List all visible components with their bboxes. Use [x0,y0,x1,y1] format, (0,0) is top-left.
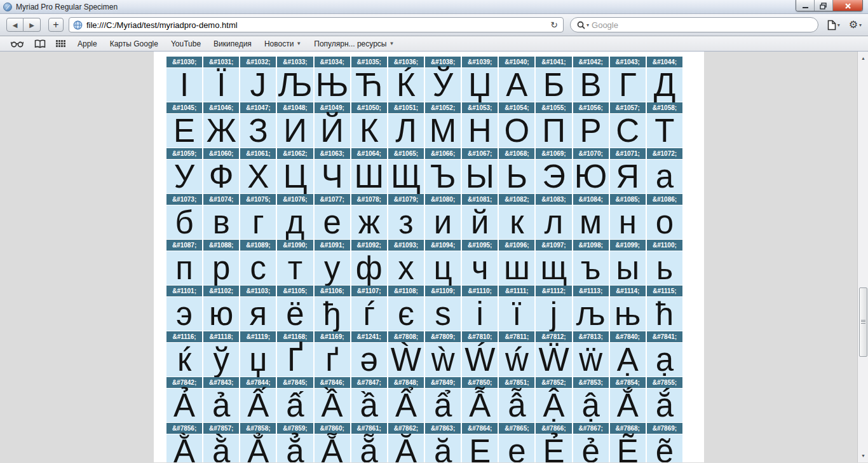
glyph-cell: ф [351,251,387,285]
entity-code-cell: &#7855; [647,377,682,388]
entity-code-cell: &#7859; [277,423,313,434]
entity-code-cell: &#1068; [499,148,534,159]
bookmark-item-youtube[interactable]: YouTube [165,36,207,51]
bookmark-item-karty-google[interactable]: Карты Google [104,36,165,51]
entity-code-cell: &#1042; [573,57,609,67]
minimize-button[interactable] [796,0,815,11]
scroll-down-arrow[interactable]: ▼ [858,450,868,461]
glyph-cell: ẩ [425,389,461,422]
entity-code-cell: &#1047; [240,102,276,113]
entity-code-cell: &#1241; [351,331,387,342]
glyph-cell: Ả [166,389,202,422]
document-page: &#1030;&#1031;&#1032;&#1033;&#1034;&#103… [154,52,704,462]
glyph-cell: М [425,114,461,148]
entity-code-cell: &#1093; [388,240,424,251]
entity-code-cell: &#1084; [573,194,609,205]
glyph-cell: ә [351,343,387,377]
glyph-cell: џ [240,343,276,377]
entity-code-cell: &#7808; [388,331,424,342]
entity-code-cell: &#1067; [462,148,498,159]
address-bar[interactable]: file:///C:/Myriad/test/myriadpro-demo.ht… [69,17,564,32]
entity-code-cell: &#7847; [351,377,387,388]
entity-code-cell: &#1077; [315,194,350,205]
entity-code-cell: &#7846; [315,377,350,388]
reading-list-button[interactable] [5,40,29,48]
entity-code-cell: &#7842; [166,377,202,388]
entity-code-cell: &#7864; [462,423,498,434]
bookmark-item-apple[interactable]: Apple [71,36,104,51]
glyph-cell: н [610,205,646,239]
page-icon [827,20,836,31]
search-engine-caret-icon: ▾ [587,22,589,28]
glyph-cell: њ [610,297,646,331]
settings-menu-button[interactable]: ⚙ ▾ [849,20,862,30]
entity-code-cell: &#1092; [351,240,387,251]
entity-code-cell: &#7869; [647,423,682,434]
entity-code-cell: &#1089; [240,240,276,251]
reload-icon[interactable]: ↻ [549,20,559,30]
glyph-cell: ẵ [351,434,387,462]
glyph-cell: с [240,251,276,285]
glyph-cell: Ў [425,68,461,102]
entity-code-cell: &#7866; [536,423,571,434]
add-bookmark-button[interactable]: + [48,18,64,32]
entity-code-cell: &#1045; [166,102,202,113]
entity-code-cell: &#1060; [203,148,239,159]
glyph-cell: л [536,205,571,239]
glyph-cell: е [315,205,350,239]
bookmark-item-wikipedia[interactable]: Википедия [207,36,258,51]
glyph-cell: ћ [647,297,682,331]
bookmark-label: YouTube [171,39,201,48]
glyph-cell: ặ [425,434,461,462]
restore-button[interactable] [815,0,833,11]
minimize-icon [802,3,809,10]
forward-button[interactable]: ▶ [24,18,41,32]
bookmarks-menu-button[interactable] [29,39,51,48]
back-button[interactable]: ◀ [6,18,24,32]
glyph-cell: Ќ [388,68,424,102]
title-bar: Myriad Pro Regular Specimen [0,0,868,14]
bookmark-folder-novosti[interactable]: Новости ▼ [258,36,308,51]
entity-code-cell: &#7865; [499,423,534,434]
browser-window: Myriad Pro Regular Specimen ◀ ▶ + [0,0,868,463]
entity-code-cell: &#7811; [499,331,534,342]
entity-code-cell: &#1064; [351,148,387,159]
glyph-cell: ẹ [499,434,534,462]
scroll-up-arrow[interactable]: ▲ [858,53,868,64]
glyph-cell: й [462,205,498,239]
glyph-cell: ẁ [425,343,461,377]
navigation-toolbar: ◀ ▶ + file:///C:/Myriad/test/myriadpro-d… [0,14,868,36]
entity-code-cell: &#1097; [536,240,571,251]
glyph-cell: љ [573,297,609,331]
page-menu-button[interactable]: ▾ [827,20,840,31]
search-field[interactable]: ▾ Google [570,17,818,32]
bookmark-folder-popular-resources[interactable]: Популярн... ресурсы ▼ [308,36,400,51]
entity-code-cell: &#1168; [277,331,313,342]
glyph-cell: Ẳ [240,434,276,462]
entity-code-cell: &#1031; [203,57,239,67]
entity-code-cell: &#1069; [536,148,571,159]
entity-code-cell: &#1096; [499,240,534,251]
glyph-cell: ц [425,251,461,285]
bookmark-label: Популярн... ресурсы [314,39,386,48]
glyph-cell: Љ [277,68,313,102]
glyph-cell: ầ [351,389,387,422]
entity-code-cell: &#1094; [425,240,461,251]
scrollbar-thumb[interactable] [859,287,867,357]
entity-code-cell: &#1079; [388,194,424,205]
glyph-cell: ш [499,251,534,285]
close-button[interactable] [833,0,862,11]
entity-code-cell: &#1059; [166,148,202,159]
glyph-cell: Ằ [166,434,202,462]
entity-code-cell: &#1169; [315,331,350,342]
glyph-cell: Я [610,160,646,193]
vertical-scrollbar[interactable]: ▲ ▼ [857,52,868,462]
entity-code-cell: &#1046; [203,102,239,113]
entity-code-cell: &#7852; [536,377,571,388]
specimen-table: &#1030;&#1031;&#1032;&#1033;&#1034;&#103… [166,57,682,462]
top-sites-button[interactable] [51,39,71,48]
entity-code-cell: &#7854; [610,377,646,388]
glyph-cell: О [499,114,534,148]
glyph-cell: х [388,251,424,285]
entity-code-cell: &#7844; [240,377,276,388]
